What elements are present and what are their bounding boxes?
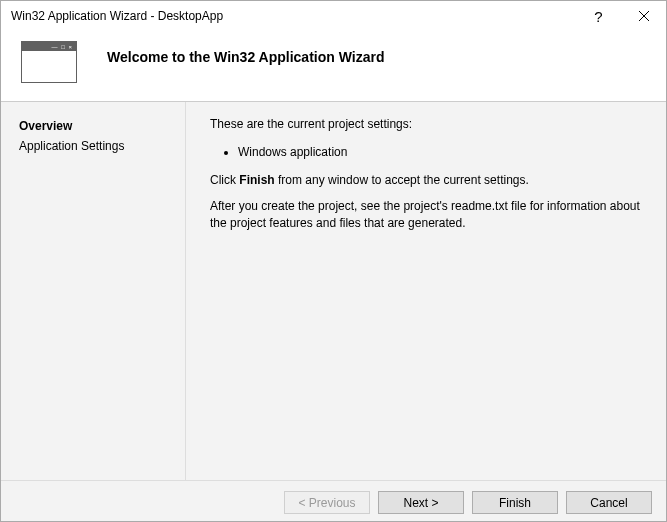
help-button[interactable]: ? xyxy=(576,1,621,31)
wizard-window-icon: — □ × xyxy=(21,41,77,83)
instruction-text: Click Finish from any window to accept t… xyxy=(210,172,642,189)
page-title: Welcome to the Win32 Application Wizard xyxy=(107,49,646,65)
settings-list: Windows application xyxy=(210,143,642,162)
titlebar-controls: ? xyxy=(576,1,666,31)
content-area: These are the current project settings: … xyxy=(186,102,666,480)
previous-button: < Previous xyxy=(284,491,370,514)
close-button[interactable] xyxy=(621,1,666,31)
instruction-post: from any window to accept the current se… xyxy=(275,173,529,187)
sidebar: Overview Application Settings xyxy=(1,102,186,480)
note-text: After you create the project, see the pr… xyxy=(210,198,642,232)
header-text: Welcome to the Win32 Application Wizard xyxy=(107,41,646,83)
next-button[interactable]: Next > xyxy=(378,491,464,514)
close-icon xyxy=(639,11,649,21)
instruction-bold: Finish xyxy=(239,173,274,187)
instruction-pre: Click xyxy=(210,173,239,187)
sidebar-item-application-settings[interactable]: Application Settings xyxy=(1,136,185,156)
intro-text: These are the current project settings: xyxy=(210,116,642,133)
list-item: Windows application xyxy=(238,143,642,162)
wizard-body: Overview Application Settings These are … xyxy=(1,102,666,480)
wizard-header: — □ × Welcome to the Win32 Application W… xyxy=(1,31,666,102)
finish-button[interactable]: Finish xyxy=(472,491,558,514)
window-title: Win32 Application Wizard - DesktopApp xyxy=(11,9,576,23)
titlebar: Win32 Application Wizard - DesktopApp ? xyxy=(1,1,666,31)
wizard-footer: < Previous Next > Finish Cancel xyxy=(1,480,666,522)
cancel-button[interactable]: Cancel xyxy=(566,491,652,514)
sidebar-item-overview[interactable]: Overview xyxy=(1,116,185,136)
